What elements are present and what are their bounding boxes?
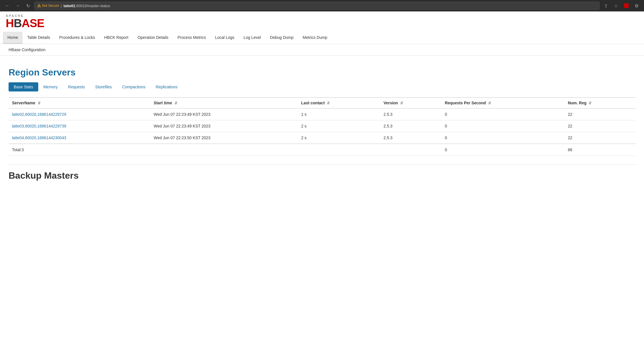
col-requests-per-second[interactable]: Requests Per Second ⇵ <box>441 97 564 108</box>
share-button[interactable]: ⇧ <box>602 2 610 10</box>
sort-icon-version: ⇵ <box>400 101 403 105</box>
main-nav: Home Table Details Procedures & Locks HB… <box>0 32 644 44</box>
region-servers-title: Region Servers <box>9 67 635 78</box>
tab-hbck-report[interactable]: HBCK Report <box>100 32 133 44</box>
tab-hbase-config[interactable]: HBase Configuration <box>3 44 51 55</box>
browser-chrome: ← → ↻ Not Secure | latte01:60010/master-… <box>0 0 644 11</box>
col-start-time[interactable]: Start time ⇵ <box>150 97 298 108</box>
col-last-contact[interactable]: Last contact ⇵ <box>298 97 380 108</box>
subtab-base-stats[interactable]: Base Stats <box>9 82 38 91</box>
cell-total-last-contact <box>298 144 380 156</box>
cell-server-name-2: latte03,60020,1686144229739 <box>9 120 150 132</box>
cell-requests-3: 0 <box>441 132 564 144</box>
subtab-requests[interactable]: Requests <box>63 82 90 91</box>
cell-total-label: Total:3 <box>9 144 150 156</box>
tab-operation-details[interactable]: Operation Details <box>133 32 173 44</box>
tab-local-logs[interactable]: Local Logs <box>210 32 239 44</box>
cell-version-1: 2.5.3 <box>380 108 442 120</box>
tab-home[interactable]: Home <box>3 32 23 44</box>
sort-icon-num-regions: ⇵ <box>589 101 591 105</box>
cell-server-name-1: latte02,60020,1686144229729 <box>9 108 150 120</box>
favicon <box>622 2 630 10</box>
cell-start-time-1: Wed Jun 07 22:23:49 KST 2023 <box>150 108 298 120</box>
region-servers-subtabs: Base Stats Memory Requests Storefiles Co… <box>9 82 635 91</box>
extensions-button[interactable]: ⚙ <box>633 2 641 10</box>
subtab-memory[interactable]: Memory <box>38 82 63 91</box>
cell-last-contact-1: 1 s <box>298 108 380 120</box>
col-server-name[interactable]: ServerName ⇵ <box>9 97 150 108</box>
table-header-row: ServerName ⇵ Start time ⇵ Last contact ⇵… <box>9 97 635 108</box>
subtab-replications[interactable]: Replications <box>150 82 182 91</box>
tab-process-metrics[interactable]: Process Metrics <box>173 32 211 44</box>
logo-apache: APACHE <box>6 14 638 17</box>
region-servers-table: ServerName ⇵ Start time ⇵ Last contact ⇵… <box>9 97 635 156</box>
cell-total-version <box>380 144 442 156</box>
col-version[interactable]: Version ⇵ <box>380 97 442 108</box>
section-divider <box>9 164 635 165</box>
address-bar[interactable]: Not Secure | latte01:60010/master-status <box>34 2 599 10</box>
bookmark-button[interactable]: ☆ <box>612 2 620 10</box>
cell-total-num-regions: 66 <box>564 144 635 156</box>
backup-masters-title: Backup Masters <box>9 170 635 181</box>
cell-version-2: 2.5.3 <box>380 120 442 132</box>
back-button[interactable]: ← <box>3 2 11 10</box>
cell-last-contact-3: 2 s <box>298 132 380 144</box>
cell-num-regions-3: 22 <box>564 132 635 144</box>
reload-button[interactable]: ↻ <box>24 2 32 10</box>
cell-last-contact-2: 2 s <box>298 120 380 132</box>
server-link-1[interactable]: latte02,60020,1686144229729 <box>12 112 66 117</box>
cell-version-3: 2.5.3 <box>380 132 442 144</box>
tab-metrics-dump[interactable]: Metrics Dump <box>298 32 332 44</box>
security-indicator: Not Secure <box>37 4 59 8</box>
col-num-regions[interactable]: Num. Reg ⇵ <box>564 97 635 108</box>
browser-actions: ⇧ ☆ ⚙ <box>602 2 641 10</box>
cell-server-name-3: latte04,60020,1686144230043 <box>9 132 150 144</box>
url-display: latte01:60010/master-status <box>63 4 110 8</box>
logo: APACHE HBASE <box>6 14 638 29</box>
tab-log-level[interactable]: Log Level <box>239 32 265 44</box>
page-header: APACHE HBASE Home Table Details Procedur… <box>0 11 644 56</box>
logo-hbase: HBASE <box>6 17 638 29</box>
cell-num-regions-2: 22 <box>564 120 635 132</box>
table-row: latte04,60020,1686144230043 Wed Jun 07 2… <box>9 132 635 144</box>
server-link-3[interactable]: latte04,60020,1686144230043 <box>12 135 66 140</box>
tab-debug-dump[interactable]: Debug Dump <box>265 32 298 44</box>
table-total-row: Total:3 0 66 <box>9 144 635 156</box>
main-content: Region Servers Base Stats Memory Request… <box>0 56 644 187</box>
cell-total-requests: 0 <box>441 144 564 156</box>
sort-icon-last-contact: ⇵ <box>327 101 330 105</box>
table-row: latte03,60020,1686144229739 Wed Jun 07 2… <box>9 120 635 132</box>
sort-icon-server-name: ⇵ <box>38 101 41 105</box>
subtab-compactions[interactable]: Compactions <box>117 82 151 91</box>
tab-table-details[interactable]: Table Details <box>23 32 55 44</box>
tab-procedures-locks[interactable]: Procedures & Locks <box>55 32 100 44</box>
sub-nav: HBase Configuration <box>0 44 644 55</box>
server-link-2[interactable]: latte03,60020,1686144229739 <box>12 124 66 128</box>
sort-icon-start-time: ⇵ <box>174 101 177 105</box>
cell-num-regions-1: 22 <box>564 108 635 120</box>
forward-button[interactable]: → <box>14 2 22 10</box>
cell-start-time-2: Wed Jun 07 22:23:49 KST 2023 <box>150 120 298 132</box>
subtab-storefiles[interactable]: Storefiles <box>90 82 117 91</box>
cell-requests-1: 0 <box>441 108 564 120</box>
logo-bar: APACHE HBASE <box>0 11 644 32</box>
sort-icon-requests: ⇵ <box>488 101 491 105</box>
cell-total-start-time <box>150 144 298 156</box>
table-row: latte02,60020,1686144229729 Wed Jun 07 2… <box>9 108 635 120</box>
cell-start-time-3: Wed Jun 07 22:23:50 KST 2023 <box>150 132 298 144</box>
cell-requests-2: 0 <box>441 120 564 132</box>
